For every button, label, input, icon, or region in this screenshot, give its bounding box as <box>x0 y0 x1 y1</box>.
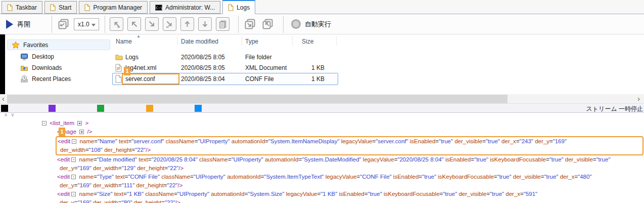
sort-indicator-icon: ▲ <box>136 34 141 38</box>
xml-token: legacyValue <box>324 174 356 180</box>
xml-token: der_x <box>500 138 516 144</box>
separator <box>238 16 239 33</box>
xml-token: der_height <box>135 165 165 171</box>
tree-node-list-item[interactable]: - <list_item + > <box>0 119 644 128</box>
timeline-marker[interactable] <box>1 105 8 112</box>
xml-token: = <box>85 147 89 153</box>
xml-token: der_visible <box>453 138 482 144</box>
tree-node-edit-type[interactable]: <edit- name="Type" text="CONF File" clas… <box>0 173 644 190</box>
tree-node-edit-date-modified[interactable]: <edit- name="Date modified" text="2020/0… <box>0 155 644 173</box>
collapse-box-icon[interactable]: - <box>71 192 76 196</box>
xml-token: = <box>74 182 78 188</box>
step-up-button[interactable] <box>180 17 194 31</box>
zoom-select[interactable]: x1.0 <box>74 18 99 30</box>
step-forward-button[interactable] <box>145 17 159 31</box>
xml-token: der_visible <box>512 174 541 180</box>
expand-box-icon[interactable]: + <box>79 130 84 134</box>
sidebar-item-desktop[interactable]: Desktop <box>20 51 54 62</box>
xml-token: "true" <box>596 156 611 163</box>
xml-token: "169" <box>78 182 91 188</box>
xml-token: = <box>265 138 268 144</box>
collapse-box-icon[interactable]: - <box>42 121 47 126</box>
tree-node-edit-size[interactable]: <edit- name="Size" text="1 KB" className… <box>0 190 644 203</box>
xml-token: /> <box>178 165 183 171</box>
xml-token: <edit <box>57 191 70 197</box>
collapse-box-icon[interactable]: - <box>71 175 76 179</box>
xml-token: "server.conf" <box>376 138 408 144</box>
scroll-left-icon[interactable]: ‹ <box>2 94 5 103</box>
capture-refresh-icon[interactable] <box>58 18 70 30</box>
step-back-button[interactable] <box>127 17 141 31</box>
xml-token: = <box>94 191 97 197</box>
xml-token: "2020/08/25 8:04" <box>397 156 443 163</box>
xml-token: isEnabled <box>444 156 471 163</box>
overlap-squares-arrow-icon <box>244 18 256 30</box>
tab-start[interactable]: Start <box>44 1 77 14</box>
record-circle-icon <box>291 19 301 29</box>
sidebar-item-label: Favorites <box>23 42 48 49</box>
xml-token: text <box>117 138 128 144</box>
scroll-right-icon[interactable]: › <box>637 94 640 103</box>
column-divider[interactable] <box>336 36 337 46</box>
timeline-marker[interactable] <box>146 105 153 112</box>
xml-token: /> <box>85 129 92 135</box>
xml-token: der_y <box>60 199 74 203</box>
xml-token: "108" <box>89 147 103 153</box>
document-lines-icon <box>218 20 227 28</box>
xml-token: "Size" <box>97 191 113 197</box>
column-divider[interactable] <box>242 36 242 46</box>
column-divider[interactable] <box>177 36 177 46</box>
xml-token: automationId <box>230 138 265 144</box>
extract-from-button[interactable] <box>261 17 274 31</box>
step-back-out-button[interactable] <box>110 17 123 31</box>
explorer-capture: Favorites Desktop Downloads Recent Place… <box>0 34 644 94</box>
xml-token: "true" <box>443 191 457 197</box>
xml-token: "22" <box>165 199 175 203</box>
tab-logs[interactable]: Logs <box>222 0 255 14</box>
scroll-up-down-icons[interactable]: ∧∨ <box>4 112 18 117</box>
xml-token: <edit <box>57 174 70 180</box>
scrollbar-thumb[interactable] <box>7 95 508 103</box>
column-header-name[interactable]: Name <box>116 38 132 45</box>
tab-administrator[interactable]: C:\ Administrator: W... <box>150 1 220 14</box>
sidebar-item-downloads[interactable]: Downloads <box>20 62 62 73</box>
collapse-box-icon[interactable]: - <box>71 157 76 162</box>
sidebar-item-favorites[interactable]: Favorites <box>7 39 110 50</box>
xml-token: = <box>118 165 122 171</box>
xml-token: "1 KB" <box>320 191 337 197</box>
column-divider[interactable] <box>292 36 293 46</box>
xml-token: "true" <box>439 138 453 144</box>
xml-token: der_x <box>558 174 574 180</box>
autorun-toggle[interactable]: 自動実行 <box>288 19 331 29</box>
expand-box-icon[interactable]: + <box>77 121 82 126</box>
xml-token: isEnabled <box>392 174 419 180</box>
timeline-marker[interactable] <box>97 105 104 112</box>
collapse-box-icon[interactable]: - <box>72 139 76 144</box>
copy-into-button[interactable] <box>243 17 257 31</box>
timeline-marker[interactable] <box>195 105 202 112</box>
tab-program-manager[interactable]: Program Manager <box>79 1 148 14</box>
horizontal-scrollbar[interactable]: ‹ › <box>0 94 644 104</box>
xml-token: der_width <box>60 147 85 153</box>
column-header-date-modified[interactable]: Date modified <box>181 38 218 45</box>
step-down-button[interactable] <box>198 17 212 31</box>
playback-toolbar: 再開 x1.0 自動実行 <box>0 14 644 34</box>
xml-token: "2020/08/25 8:04" <box>152 156 198 163</box>
xml-token: className <box>144 191 174 197</box>
resume-button[interactable]: 再開 <box>0 20 30 29</box>
window-tabbar: Taskbar Start Program Manager C:\ Admini… <box>0 0 644 14</box>
tree-node-image[interactable]: <image + /> <box>0 128 644 136</box>
sidebar-item-recent-places[interactable]: Recent Places <box>20 73 71 84</box>
column-header-size[interactable]: Size <box>302 38 313 45</box>
source-view-button[interactable] <box>216 17 229 31</box>
step-forward-into-button[interactable] <box>163 17 176 31</box>
tree-node-edit-name[interactable]: <edit- name="Name" text="server.conf" cl… <box>57 137 642 154</box>
tab-taskbar[interactable]: Taskbar <box>2 1 42 14</box>
xml-token: "true" <box>549 156 564 163</box>
xml-token: = <box>94 138 98 144</box>
xml-token: der_visible <box>457 191 486 197</box>
explorer-sidebar: Favorites Desktop Downloads Recent Place… <box>5 34 112 94</box>
column-header-type[interactable]: Type <box>245 38 258 45</box>
timeline-marker[interactable] <box>49 105 56 112</box>
xml-token: der_width <box>91 199 118 203</box>
